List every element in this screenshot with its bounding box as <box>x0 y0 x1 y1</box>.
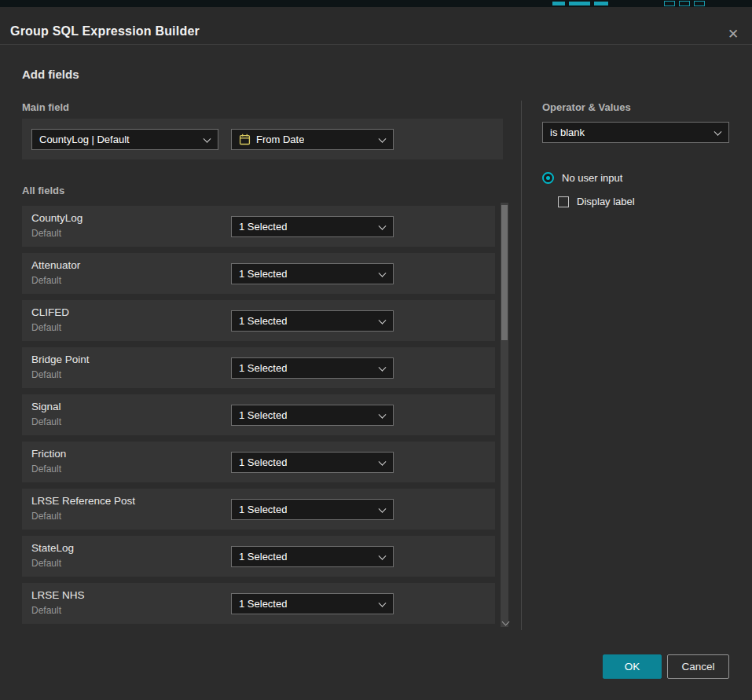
chevron-down-icon <box>379 222 387 229</box>
dropdown-value: 1 Selected <box>239 315 287 327</box>
field-sublabel: Default <box>31 511 61 522</box>
field-name: StateLog <box>31 542 74 554</box>
field-values-dropdown[interactable]: 1 Selected <box>231 593 394 614</box>
field-sublabel: Default <box>31 464 61 475</box>
operator-dropdown[interactable]: is blank <box>542 122 729 143</box>
field-name: CountyLog <box>31 212 83 224</box>
dialog-title: Group SQL Expression Builder <box>10 24 200 38</box>
radio-selected-icon <box>542 172 554 184</box>
add-fields-heading: Add fields <box>22 68 79 81</box>
dropdown-value: 1 Selected <box>239 362 287 374</box>
field-row: Bridge Point Default 1 Selected <box>22 347 495 388</box>
screen: Group SQL Expression Builder ✕ Add field… <box>0 0 752 700</box>
background-artifact <box>664 1 675 6</box>
dropdown-value: 1 Selected <box>239 221 287 233</box>
field-values-dropdown[interactable]: 1 Selected <box>231 546 394 567</box>
field-values-dropdown[interactable]: 1 Selected <box>231 452 394 473</box>
field-name: CLIFED <box>31 306 69 318</box>
chevron-down-icon <box>714 127 722 135</box>
field-sublabel: Default <box>31 558 61 569</box>
checkbox-unchecked-icon <box>558 196 569 207</box>
dropdown-value: 1 Selected <box>239 504 287 515</box>
field-name: Attenuator <box>31 259 80 271</box>
chevron-down-icon <box>379 552 387 559</box>
field-row: CLIFED Default 1 Selected <box>22 300 495 341</box>
field-values-dropdown[interactable]: 1 Selected <box>231 263 394 284</box>
main-field-field-dropdown[interactable]: From Date <box>231 129 394 150</box>
vertical-divider <box>521 101 522 630</box>
dropdown-value: 1 Selected <box>239 409 287 421</box>
field-row: StateLog Default 1 Selected <box>22 536 495 577</box>
field-values-dropdown[interactable]: 1 Selected <box>231 405 394 426</box>
background-artifact <box>552 2 565 5</box>
dropdown-value: 1 Selected <box>239 456 287 468</box>
all-fields-label: All fields <box>22 185 64 196</box>
operator-values-heading: Operator & Values <box>542 101 631 113</box>
background-artifact <box>679 1 690 6</box>
field-row: LRSE NHS Default 1 Selected <box>22 583 495 624</box>
field-name: LRSE Reference Post <box>31 495 135 507</box>
chevron-down-icon <box>379 504 387 512</box>
field-row: LRSE Reference Post Default 1 Selected <box>22 489 495 530</box>
field-values-dropdown[interactable]: 1 Selected <box>231 499 394 520</box>
chevron-down-icon <box>379 457 387 465</box>
field-name: Signal <box>31 401 61 412</box>
background-artifact <box>594 2 608 5</box>
field-name: Bridge Point <box>31 354 90 365</box>
main-field-label: Main field <box>22 101 69 113</box>
close-icon[interactable]: ✕ <box>723 25 743 42</box>
field-sublabel: Default <box>31 275 61 286</box>
dropdown-value: 1 Selected <box>239 598 287 610</box>
field-row: Friction Default 1 Selected <box>22 442 495 482</box>
field-row: CountyLog Default 1 Selected <box>22 206 495 247</box>
chevron-down-icon <box>379 363 387 371</box>
dropdown-value: CountyLog | Default <box>39 134 130 145</box>
dropdown-value: From Date <box>256 134 304 145</box>
ok-button[interactable]: OK <box>603 654 662 679</box>
scrollbar-track[interactable] <box>501 203 508 627</box>
field-row: Attenuator Default 1 Selected <box>22 253 495 294</box>
dropdown-value: 1 Selected <box>239 551 287 563</box>
field-values-dropdown[interactable]: 1 Selected <box>231 310 394 332</box>
calendar-icon <box>239 134 251 145</box>
dialog-header: Group SQL Expression Builder ✕ <box>0 7 752 45</box>
dropdown-value: 1 Selected <box>239 268 287 280</box>
field-values-dropdown[interactable]: 1 Selected <box>231 357 394 379</box>
field-sublabel: Default <box>31 322 61 333</box>
radio-label: No user input <box>562 172 622 184</box>
no-user-input-radio[interactable]: No user input <box>542 172 622 184</box>
scrollbar-thumb[interactable] <box>501 205 508 340</box>
background-artifact <box>569 2 590 5</box>
chevron-down-icon <box>379 599 387 607</box>
field-sublabel: Default <box>31 228 61 239</box>
dropdown-value: is blank <box>550 126 585 138</box>
field-sublabel: Default <box>31 369 61 380</box>
chevron-down-icon <box>379 410 387 418</box>
field-sublabel: Default <box>31 416 61 427</box>
field-values-dropdown[interactable]: 1 Selected <box>231 216 394 237</box>
main-field-source-dropdown[interactable]: CountyLog | Default <box>31 129 218 150</box>
field-row: Signal Default 1 Selected <box>22 394 495 435</box>
chevron-down-icon <box>379 316 387 324</box>
main-field-panel: CountyLog | Default From Date <box>22 119 503 159</box>
chevron-down-icon <box>379 269 387 277</box>
field-name: Friction <box>31 448 66 460</box>
field-sublabel: Default <box>31 605 61 616</box>
background-app-strip <box>0 0 752 7</box>
chevron-down-icon <box>204 134 211 142</box>
field-name: LRSE NHS <box>31 589 85 601</box>
display-label-checkbox[interactable]: Display label <box>558 196 635 207</box>
background-artifact <box>694 1 705 6</box>
checkbox-label: Display label <box>577 196 635 207</box>
chevron-down-icon <box>379 134 387 142</box>
cancel-button[interactable]: Cancel <box>667 654 729 679</box>
